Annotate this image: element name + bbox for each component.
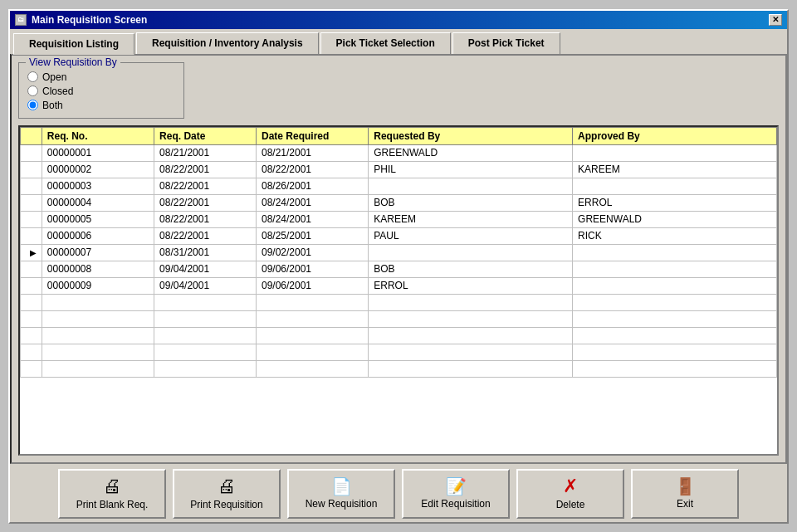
cell-req_date: 08/22/2001 — [154, 194, 257, 211]
tab-post-pick-ticket[interactable]: Post Pick Ticket — [452, 32, 560, 54]
row-indicator — [21, 294, 42, 310]
table-row[interactable] — [21, 327, 777, 344]
cell-requested_by: KAREEM — [369, 211, 573, 227]
table-row[interactable]: 0000000208/22/200108/22/2001PHILKAREEM — [21, 161, 777, 178]
cell-date_required: 09/06/2001 — [256, 261, 368, 277]
header-requested-by: Requested By — [369, 127, 573, 144]
cell-req_date: 08/22/2001 — [154, 211, 257, 227]
new-req-label: New Requisition — [306, 498, 378, 510]
exit-button[interactable]: 🚪 Exit — [631, 469, 739, 519]
cell-requested_by: BOB — [369, 261, 573, 277]
cell-req_date — [154, 344, 257, 360]
cell-req_no — [42, 344, 154, 360]
cell-approved_by — [573, 310, 777, 327]
cell-approved_by: ERROL — [573, 194, 777, 211]
cell-req_no — [42, 294, 154, 310]
row-indicator — [21, 161, 42, 178]
cell-req_date — [154, 327, 257, 344]
cell-date_required: 09/06/2001 — [256, 277, 368, 294]
radio-input-both[interactable] — [27, 100, 38, 110]
cell-requested_by — [369, 327, 573, 344]
table-row[interactable]: 0000000508/22/200108/24/2001KAREEMGREENW… — [21, 211, 777, 227]
row-indicator — [21, 327, 42, 344]
table-row[interactable]: 0000000108/21/200108/21/2001GREENWALD — [21, 144, 777, 161]
cell-requested_by: PHIL — [369, 161, 573, 178]
cell-req_date: 09/04/2001 — [154, 277, 257, 294]
cell-requested_by — [369, 360, 573, 377]
main-window: 🗂 Main Requisition Screen ✕ Requisition … — [8, 9, 789, 524]
table-row[interactable] — [21, 344, 777, 360]
close-button[interactable]: ✕ — [769, 14, 782, 26]
exit-label: Exit — [677, 498, 693, 510]
row-indicator — [21, 261, 42, 277]
radio-closed[interactable]: Closed — [27, 85, 175, 97]
row-indicator — [21, 178, 42, 194]
table-scroll-area[interactable]: Req. No. Req. Date Date Required Request… — [20, 127, 777, 454]
row-indicator — [21, 310, 42, 327]
tab-bar: Requisition Listing Requisition / Invent… — [10, 29, 787, 54]
tab-requisition-listing[interactable]: Requisition Listing — [13, 33, 134, 55]
exit-icon: 🚪 — [675, 478, 696, 495]
row-indicator — [21, 194, 42, 211]
print-blank-req-button[interactable]: 🖨 Print Blank Req. — [58, 469, 166, 519]
table-row[interactable]: 0000000909/04/200109/06/2001ERROL — [21, 277, 777, 294]
table-row[interactable]: 0000000608/22/200108/25/2001PAULRICK — [21, 227, 777, 244]
delete-label: Delete — [556, 499, 585, 510]
table-row[interactable]: 0000000308/22/200108/26/2001 — [21, 178, 777, 194]
view-group-legend: View Requisition By — [26, 56, 120, 68]
new-req-icon: 📄 — [331, 478, 352, 495]
cell-date_required — [256, 344, 368, 360]
cell-req_no: 00000007 — [42, 244, 154, 261]
cell-requested_by — [369, 178, 573, 194]
table-header-row: Req. No. Req. Date Date Required Request… — [21, 127, 777, 144]
cell-requested_by — [369, 310, 573, 327]
cell-req_date: 08/31/2001 — [154, 244, 257, 261]
table-row[interactable]: 0000000408/22/200108/24/2001BOBERROL — [21, 194, 777, 211]
cell-approved_by — [573, 327, 777, 344]
requisition-table-container: Req. No. Req. Date Date Required Request… — [18, 125, 779, 456]
table-row[interactable] — [21, 294, 777, 310]
tab-inventory-analysis[interactable]: Requisition / Inventory Analysis — [136, 32, 319, 54]
cell-req_no: 00000003 — [42, 178, 154, 194]
row-indicator — [21, 360, 42, 377]
row-indicator: ▶ — [21, 244, 42, 261]
cell-approved_by: GREENWALD — [573, 211, 777, 227]
cell-approved_by: KAREEM — [573, 161, 777, 178]
new-requisition-button[interactable]: 📄 New Requisition — [287, 469, 395, 519]
cell-req_date — [154, 294, 257, 310]
table-row[interactable]: 0000000809/04/200109/06/2001BOB — [21, 261, 777, 277]
row-indicator — [21, 144, 42, 161]
radio-both[interactable]: Both — [27, 100, 175, 111]
header-req-date: Req. Date — [154, 127, 257, 144]
print-req-icon: 🖨 — [218, 477, 236, 495]
edit-requisition-button[interactable]: 📝 Edit Requisition — [402, 469, 510, 519]
print-req-label: Print Requisition — [190, 499, 262, 510]
cell-req_date: 08/22/2001 — [154, 178, 257, 194]
footer-toolbar: 🖨 Print Blank Req. 🖨 Print Requisition 📄… — [10, 464, 787, 522]
cell-req_no: 00000009 — [42, 277, 154, 294]
cell-requested_by — [369, 244, 573, 261]
view-radio-group: Open Closed Both — [27, 71, 175, 111]
table-row[interactable] — [21, 360, 777, 377]
cell-req_no: 00000006 — [42, 227, 154, 244]
cell-req_date: 08/21/2001 — [154, 144, 257, 161]
print-requisition-button[interactable]: 🖨 Print Requisition — [173, 469, 281, 519]
tab-pick-ticket-selection[interactable]: Pick Ticket Selection — [320, 32, 451, 54]
cell-date_required — [256, 310, 368, 327]
window-title: Main Requisition Screen — [32, 14, 147, 26]
cell-req_no — [42, 310, 154, 327]
cell-req_no — [42, 327, 154, 344]
table-row[interactable] — [21, 310, 777, 327]
radio-input-open[interactable] — [27, 71, 38, 82]
table-row[interactable]: ▶0000000708/31/200109/02/2001 — [21, 244, 777, 261]
cell-req_date: 08/22/2001 — [154, 227, 257, 244]
cell-approved_by — [573, 244, 777, 261]
delete-button[interactable]: ✗ Delete — [516, 469, 624, 519]
cell-date_required — [256, 360, 368, 377]
radio-open[interactable]: Open — [27, 71, 175, 83]
cell-req_no: 00000002 — [42, 161, 154, 178]
cell-approved_by — [573, 261, 777, 277]
cell-req_no: 00000005 — [42, 211, 154, 227]
cell-date_required: 08/26/2001 — [256, 178, 368, 194]
radio-input-closed[interactable] — [27, 85, 38, 96]
